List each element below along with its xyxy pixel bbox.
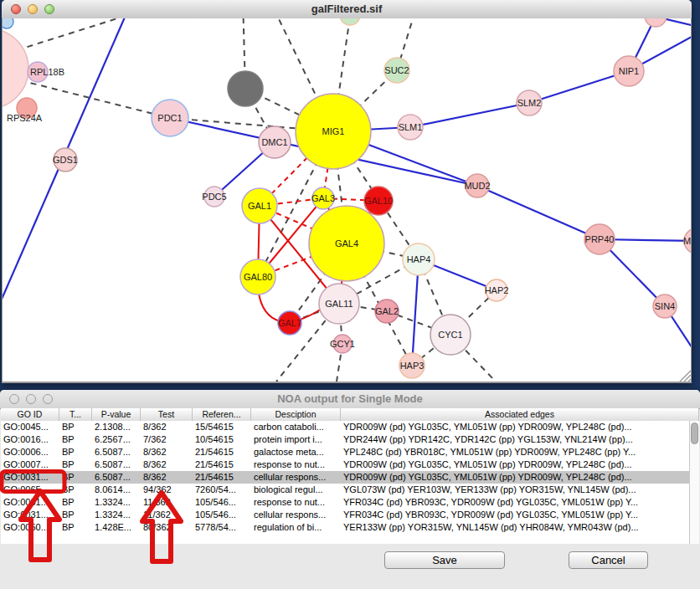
cell-p-value[interactable]: 6.5087... — [92, 446, 141, 458]
cell-type[interactable]: BP — [59, 521, 92, 534]
column-header-type[interactable]: T... — [59, 408, 92, 421]
cell-go-id[interactable]: GO:0050... — [1, 521, 59, 534]
scrollbar-thumb[interactable] — [691, 423, 698, 444]
close-button[interactable] — [11, 4, 21, 14]
save-button[interactable]: Save — [384, 551, 505, 569]
table-row[interactable]: GO:0065... BP 8.0614... 94/362 7260/54..… — [1, 484, 689, 496]
cell-p-value[interactable]: 8.0614... — [92, 484, 141, 496]
node-unlabeled-gray[interactable] — [228, 71, 263, 106]
cell-description[interactable]: response to nut... — [251, 458, 341, 471]
cancel-button[interactable]: Cancel — [569, 551, 648, 569]
results-table[interactable]: GO:0045... BP 2.1308... 8/362 15/54615 c… — [1, 421, 689, 544]
cell-type[interactable]: BP — [59, 484, 92, 496]
column-header-associated-edges[interactable]: Associated edges — [341, 408, 699, 421]
cell-go-id[interactable]: GO:0031... — [1, 471, 59, 484]
cell-test[interactable]: 80/362 — [141, 521, 193, 534]
column-header-reference[interactable]: Referen... — [193, 408, 251, 421]
cell-associated-edges[interactable]: YDR009W (pd) YGL035C, YML051W (pp) YDR00… — [341, 458, 689, 471]
cell-type[interactable]: BP — [59, 496, 92, 509]
network-graph[interactable]: RPL18B RPS24A GDS1 PDC1 DMC1 MIG1 SUC2 S… — [3, 18, 691, 382]
node-unlabeled-large[interactable] — [3, 28, 28, 109]
table-row[interactable]: GO:0006... BP 6.5087... 8/362 21/54615 g… — [1, 446, 689, 458]
edge[interactable] — [17, 18, 176, 50]
edge[interactable] — [477, 186, 600, 239]
cell-go-id[interactable]: GO:0031... — [1, 496, 59, 509]
table-row[interactable]: GO:0016... BP 6.2567... 7/362 10/54615 p… — [1, 433, 689, 446]
table-row[interactable]: GO:0031... BP 1.3324... 11/362 105/546..… — [1, 509, 689, 521]
cell-reference[interactable]: 21/54615 — [193, 471, 251, 484]
table-row[interactable]: GO:0050... BP 1.428E... 80/362 5778/54..… — [1, 521, 689, 534]
noa-window-titlebar[interactable]: NOA output for Single Mode — [0, 390, 700, 409]
cell-description[interactable]: cellular respons... — [251, 471, 341, 484]
vertical-scrollbar[interactable] — [689, 421, 699, 544]
cell-reference[interactable]: 5778/54... — [193, 521, 251, 534]
column-header-description[interactable]: Desciption — [251, 408, 341, 421]
cell-p-value[interactable]: 1.3324... — [92, 496, 141, 509]
cell-description[interactable]: carbon cataboli... — [251, 421, 341, 433]
table-row[interactable]: GO:0045... BP 2.1308... 8/362 15/54615 c… — [1, 421, 689, 433]
cell-p-value[interactable]: 6.2567... — [92, 433, 141, 446]
cell-type[interactable]: BP — [59, 446, 92, 458]
cell-description[interactable]: galactose meta... — [251, 446, 341, 458]
node-unlabeled-pink[interactable] — [645, 18, 667, 27]
cell-associated-edges[interactable]: YDR009W (pd) YGL035C, YML051W (pp) YDR00… — [341, 421, 689, 433]
node-unlabeled-green[interactable] — [340, 18, 360, 25]
minimize-button[interactable] — [26, 394, 36, 404]
cell-reference[interactable]: 105/546... — [193, 509, 251, 521]
table-row[interactable]: GO:0031... BP 6.5087... 8/362 21/54615 c… — [1, 471, 689, 484]
close-button[interactable] — [9, 394, 19, 404]
column-header-test[interactable]: Test — [141, 408, 193, 421]
cell-description[interactable]: biological regul... — [251, 484, 341, 496]
zoom-button[interactable] — [44, 4, 54, 14]
cell-type[interactable]: BP — [59, 509, 92, 521]
table-row[interactable]: GO:0007... BP 6.5087... 8/362 21/54615 r… — [1, 458, 689, 471]
cell-description[interactable]: cellular respons... — [251, 509, 341, 521]
cell-associated-edges[interactable]: YFR034C (pd) YBR093C, YDR009W (pd) YGL03… — [341, 496, 689, 509]
cell-type[interactable]: BP — [59, 471, 92, 484]
cell-reference[interactable]: 10/54615 — [193, 433, 251, 446]
column-header-go-id[interactable]: GO ID — [1, 408, 59, 421]
cell-type[interactable]: BP — [59, 421, 92, 433]
cell-description[interactable]: response to nut... — [251, 496, 341, 509]
cell-test[interactable]: 8/362 — [141, 458, 193, 471]
cell-go-id[interactable]: GO:0007... — [1, 458, 59, 471]
cell-reference[interactable]: 7260/54... — [193, 484, 251, 496]
node-unlabeled-blue[interactable] — [3, 18, 13, 28]
cell-test[interactable]: 8/362 — [141, 471, 193, 484]
cell-p-value[interactable]: 1.428E... — [92, 521, 141, 534]
edge[interactable] — [410, 103, 529, 127]
cell-p-value[interactable]: 6.5087... — [92, 458, 141, 471]
resize-grip-icon[interactable] — [680, 371, 691, 382]
cell-reference[interactable]: 21/54615 — [193, 458, 251, 471]
cell-type[interactable]: BP — [59, 458, 92, 471]
cell-description[interactable]: regulation of bi... — [251, 521, 341, 534]
table-row[interactable]: GO:0031... BP 1.3324... 11/362 105/546..… — [1, 496, 689, 509]
cell-type[interactable]: BP — [59, 433, 92, 446]
cell-test[interactable]: 8/362 — [141, 421, 193, 433]
cell-description[interactable]: protein import i... — [251, 433, 341, 446]
cell-test[interactable]: 94/362 — [141, 484, 193, 496]
cell-associated-edges[interactable]: YDR244W (pp) YDR142C, YDR142C (pp) YGL15… — [341, 433, 689, 446]
cell-go-id[interactable]: GO:0031... — [1, 509, 59, 521]
cell-test[interactable]: 8/362 — [141, 446, 193, 458]
cell-associated-edges[interactable]: YER133W (pp) YOR315W, YNL145W (pd) YHR08… — [341, 521, 689, 534]
minimize-button[interactable] — [28, 4, 38, 14]
cell-go-id[interactable]: GO:0045... — [1, 421, 59, 433]
cell-reference[interactable]: 15/54615 — [193, 421, 251, 433]
cell-associated-edges[interactable]: YDR009W (pd) YGL035C, YML051W (pp) YDR00… — [341, 471, 689, 484]
cell-test[interactable]: 11/362 — [141, 496, 193, 509]
cell-associated-edges[interactable]: YFR034C (pd) YBR093C, YDR009W (pd) YGL03… — [341, 509, 689, 521]
cell-go-id[interactable]: GO:0065... — [1, 484, 59, 496]
zoom-button[interactable] — [43, 394, 53, 404]
cell-reference[interactable]: 105/546... — [193, 496, 251, 509]
cell-associated-edges[interactable]: YPL248C (pd) YBR018C, YML051W (pp) YDR00… — [341, 446, 689, 458]
cell-go-id[interactable]: GO:0006... — [1, 446, 59, 458]
cell-associated-edges[interactable]: YGL073W (pd) YER103W, YER133W (pp) YOR31… — [341, 484, 689, 496]
cell-test[interactable]: 11/362 — [141, 509, 193, 521]
cell-p-value[interactable]: 1.3324... — [92, 509, 141, 521]
network-window-titlebar[interactable]: galFiltered.sif — [2, 0, 692, 19]
cell-reference[interactable]: 21/54615 — [193, 446, 251, 458]
cell-test[interactable]: 7/362 — [141, 433, 193, 446]
network-canvas[interactable]: RPL18B RPS24A GDS1 PDC1 DMC1 MIG1 SUC2 S… — [3, 18, 691, 382]
cell-p-value[interactable]: 6.5087... — [92, 471, 141, 484]
